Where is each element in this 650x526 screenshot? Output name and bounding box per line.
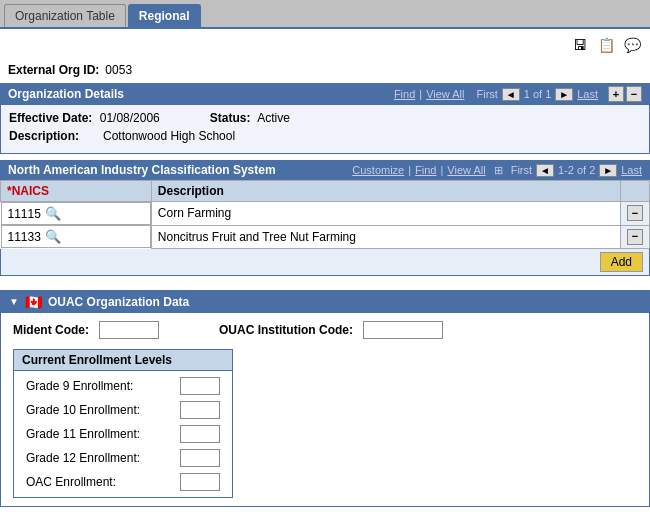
naics-header: North American Industry Classification S… <box>0 160 650 180</box>
tab-regional[interactable]: Regional <box>128 4 201 27</box>
external-org-id-label: External Org ID: <box>8 63 99 77</box>
naics-cell-naics: 11115🔍 <box>1 202 151 225</box>
toolbar: 🖫 📋 💬 <box>0 29 650 61</box>
remove-naics-row-btn[interactable]: − <box>627 205 643 221</box>
naics-col-action <box>621 181 650 202</box>
naics-cell-description: Noncitrus Fruit and Tree Nut Farming <box>151 225 620 248</box>
naics-value: 11115 <box>8 207 41 221</box>
naics-table: *NAICS Description 11115🔍Corn Farming−11… <box>0 180 650 249</box>
enrollment-label: Grade 11 Enrollment: <box>26 427 140 441</box>
view-all-link[interactable]: View All <box>426 88 464 100</box>
naics-table-body: 11115🔍Corn Farming−11133🔍Noncitrus Fruit… <box>1 202 650 249</box>
next-page-btn[interactable]: ► <box>555 88 573 101</box>
enrollment-box: Current Enrollment Levels Grade 9 Enroll… <box>13 349 233 498</box>
naics-next-btn[interactable]: ► <box>599 164 617 177</box>
customize-link[interactable]: Customize <box>352 164 404 176</box>
tab-bar: Organization Table Regional <box>0 0 650 29</box>
remove-org-detail-btn[interactable]: − <box>626 86 642 102</box>
add-org-detail-btn[interactable]: + <box>608 86 624 102</box>
save-icon[interactable]: 🖫 <box>570 35 590 55</box>
enrollment-label: Grade 10 Enrollment: <box>26 403 140 417</box>
enrollment-input[interactable] <box>180 377 220 395</box>
org-details-date-row: Effective Date: 01/08/2006 Status: Activ… <box>9 111 641 125</box>
naics-title: North American Industry Classification S… <box>8 163 276 177</box>
ouac-inst-code-label: OUAC Institution Code: <box>219 323 353 337</box>
naics-find-link[interactable]: Find <box>415 164 436 176</box>
mident-code-input[interactable] <box>99 321 159 339</box>
enrollment-label: Grade 9 Enrollment: <box>26 379 133 393</box>
naics-table-row: 11115🔍Corn Farming− <box>1 202 650 226</box>
naics-cell-naics: 11133🔍 <box>1 225 151 248</box>
org-details-title: Organization Details <box>8 87 124 101</box>
ouac-fields-row: Mident Code: OUAC Institution Code: <box>13 321 637 339</box>
enrollment-input[interactable] <box>180 401 220 419</box>
naics-view-all-link[interactable]: View All <box>447 164 485 176</box>
external-org-id-row: External Org ID: 0053 <box>0 61 650 83</box>
add-row: Add <box>0 249 650 276</box>
naics-table-row: 11133🔍Noncitrus Fruit and Tree Nut Farmi… <box>1 225 650 248</box>
naics-remove-cell: − <box>621 225 650 248</box>
naics-prev-btn[interactable]: ◄ <box>536 164 554 177</box>
add-naics-btn[interactable]: Add <box>600 252 643 272</box>
search-icon[interactable]: 🔍 <box>45 229 61 244</box>
naics-value: 11133 <box>8 230 41 244</box>
tab-organization-table[interactable]: Organization Table <box>4 4 126 27</box>
naics-section: North American Industry Classification S… <box>0 160 650 276</box>
enrollment-row: Grade 9 Enrollment: <box>26 377 220 395</box>
org-details-desc-row: Description: Cottonwood High School <box>9 129 641 143</box>
naics-col-description: Description <box>151 181 620 202</box>
enrollment-input[interactable] <box>180 425 220 443</box>
org-details-body: Effective Date: 01/08/2006 Status: Activ… <box>0 105 650 154</box>
ouac-body: Mident Code: OUAC Institution Code: Curr… <box>1 313 649 506</box>
effective-date-value: 01/08/2006 <box>100 111 160 125</box>
enrollment-row: Grade 12 Enrollment: <box>26 449 220 467</box>
search-icon[interactable]: 🔍 <box>45 206 61 221</box>
page-info: 1 of 1 <box>524 88 552 100</box>
naics-remove-cell: − <box>621 202 650 226</box>
remove-naics-row-btn[interactable]: − <box>627 229 643 245</box>
enrollment-label: Grade 12 Enrollment: <box>26 451 140 465</box>
status-value: Active <box>257 111 290 125</box>
ouac-header: ▼ 🇨🇦 OUAC Organization Data <box>1 291 649 313</box>
enrollment-header: Current Enrollment Levels <box>14 350 232 371</box>
org-details-section: Organization Details Find | View All Fir… <box>0 83 650 154</box>
status-label: Status: <box>210 111 251 125</box>
flag-icon: 🇨🇦 <box>25 294 42 310</box>
naics-col-naics: *NAICS <box>1 181 152 202</box>
enrollment-row: Grade 11 Enrollment: <box>26 425 220 443</box>
enrollment-row: Grade 10 Enrollment: <box>26 401 220 419</box>
ouac-title: OUAC Organization Data <box>48 295 189 309</box>
mident-code-label: Mident Code: <box>13 323 89 337</box>
ouac-inst-code-input[interactable] <box>363 321 443 339</box>
edit-icon[interactable]: 📋 <box>596 35 616 55</box>
enrollment-input[interactable] <box>180 473 220 491</box>
ouac-section: ▼ 🇨🇦 OUAC Organization Data Mident Code:… <box>0 290 650 507</box>
description-value: Cottonwood High School <box>103 129 235 143</box>
enrollment-body: Grade 9 Enrollment:Grade 10 Enrollment:G… <box>14 371 232 497</box>
naics-page-info: 1-2 of 2 <box>558 164 595 176</box>
org-details-header: Organization Details Find | View All Fir… <box>0 83 650 105</box>
find-link[interactable]: Find <box>394 88 415 100</box>
enrollment-row: OAC Enrollment: <box>26 473 220 491</box>
description-label: Description: <box>9 129 79 143</box>
naics-table-header-row: *NAICS Description <box>1 181 650 202</box>
external-org-id-value: 0053 <box>105 63 132 77</box>
prev-page-btn[interactable]: ◄ <box>502 88 520 101</box>
naics-last-link[interactable]: Last <box>621 164 642 176</box>
effective-date-label: Effective Date: <box>9 111 92 125</box>
naics-cell-description: Corn Farming <box>151 202 620 226</box>
last-link[interactable]: Last <box>577 88 598 100</box>
enrollment-label: OAC Enrollment: <box>26 475 116 489</box>
collapse-icon[interactable]: ▼ <box>9 296 19 307</box>
enrollment-input[interactable] <box>180 449 220 467</box>
chat-icon[interactable]: 💬 <box>622 35 642 55</box>
